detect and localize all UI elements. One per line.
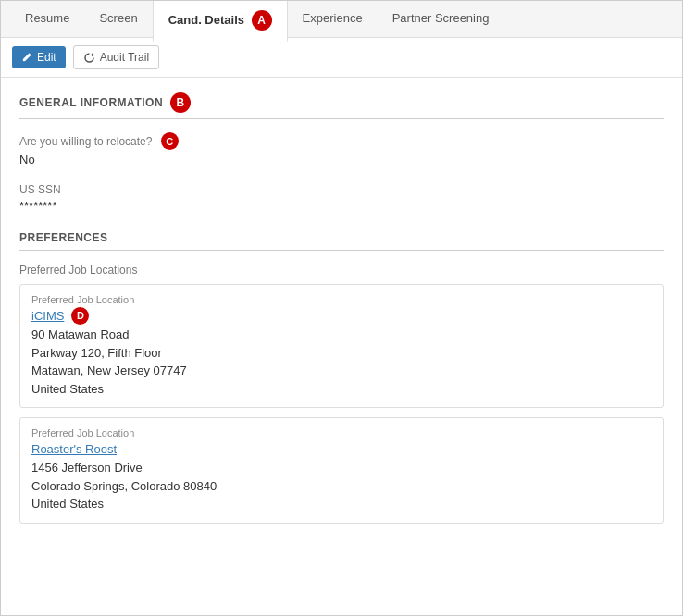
- location-card-2: Preferred Job Location Roaster's Roost 1…: [19, 417, 664, 524]
- tab-cand-details-label: Cand. Details: [168, 13, 244, 27]
- location-card-1-link[interactable]: iCIMS: [31, 309, 64, 323]
- tab-partner-screening[interactable]: Partner Screening: [378, 2, 504, 37]
- preferred-locations-label: Preferred Job Locations: [19, 264, 664, 277]
- preferences-section: PREFERENCES Preferred Job Locations Pref…: [19, 231, 664, 524]
- relocate-value: No: [19, 153, 664, 166]
- location-card-2-label: Preferred Job Location: [31, 427, 652, 438]
- location-card-1-badge: D: [71, 307, 89, 325]
- location-card-1-label: Preferred Job Location: [31, 294, 652, 305]
- edit-button[interactable]: Edit: [12, 46, 66, 68]
- edit-button-label: Edit: [37, 51, 56, 64]
- relocate-field: Are you willing to relocate? C No: [19, 132, 664, 166]
- tab-screen[interactable]: Screen: [84, 2, 152, 37]
- location-card-2-link[interactable]: Roaster's Roost: [31, 442, 652, 456]
- toolbar: Edit Audit Trail: [1, 38, 682, 78]
- location-card-1-address: 90 Matawan Road Parkway 120, Fifth Floor…: [31, 326, 652, 398]
- audit-trail-button[interactable]: Audit Trail: [73, 45, 159, 69]
- tab-resume[interactable]: Resume: [10, 2, 84, 37]
- tab-cand-details-badge: A: [252, 10, 272, 31]
- tab-cand-details[interactable]: Cand. Details A: [153, 0, 288, 43]
- refresh-icon: [83, 52, 95, 64]
- ssn-label: US SSN: [19, 183, 664, 196]
- general-information-title: GENERAL INFORMATION: [19, 96, 163, 109]
- relocate-badge: C: [161, 132, 179, 150]
- preferences-header: PREFERENCES: [19, 231, 664, 251]
- tab-bar: Resume Screen Cand. Details A Experience…: [1, 1, 682, 38]
- audit-trail-button-label: Audit Trail: [100, 51, 149, 64]
- ssn-field: US SSN ********: [19, 183, 664, 213]
- content-area: GENERAL INFORMATION B Are you willing to…: [1, 78, 682, 548]
- general-information-badge: B: [170, 92, 191, 113]
- preferences-title: PREFERENCES: [19, 231, 108, 244]
- edit-icon: [21, 52, 32, 63]
- general-information-header: GENERAL INFORMATION B: [19, 92, 664, 119]
- ssn-value: ********: [19, 199, 664, 213]
- location-card-2-address: 1456 Jefferson Drive Colorado Springs, C…: [31, 459, 652, 513]
- tab-experience[interactable]: Experience: [288, 2, 378, 37]
- location-card-1: Preferred Job Location iCIMS D 90 Matawa…: [19, 284, 664, 408]
- relocate-label: Are you willing to relocate? C: [19, 132, 664, 150]
